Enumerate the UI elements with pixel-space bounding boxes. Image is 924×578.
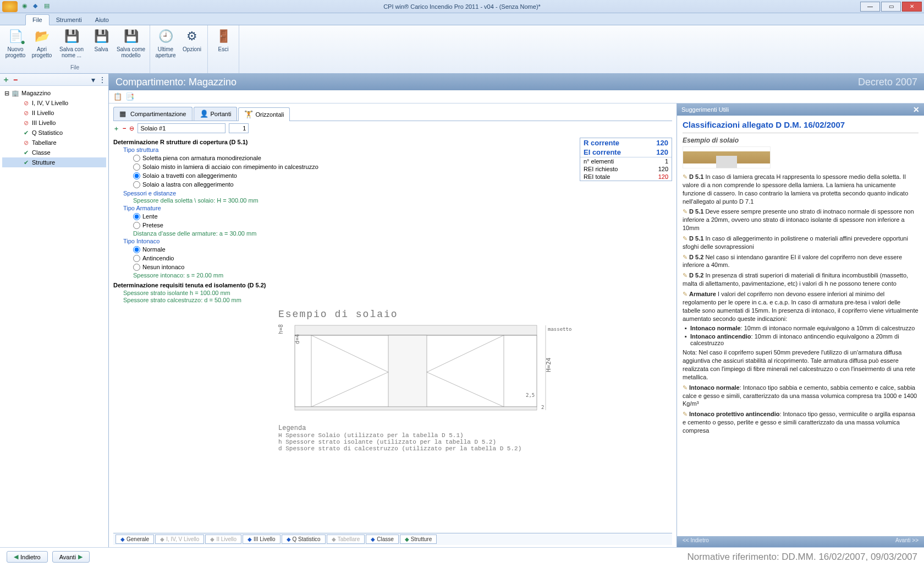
- tab-file[interactable]: File: [25, 14, 50, 25]
- gear-icon: [183, 28, 201, 45]
- beam-icon: 🏋: [244, 110, 253, 119]
- bot-tab-classe[interactable]: ◆Classe: [366, 535, 399, 544]
- bot-tab-strutture[interactable]: ◆Strutture: [400, 535, 437, 544]
- tree-node-livello-2[interactable]: ⊘II Livello: [2, 108, 106, 118]
- radio-ts2[interactable]: Solaio misto in lamiera di acciaio con r…: [133, 162, 575, 171]
- radio-ti2[interactable]: Antincendio: [133, 254, 575, 263]
- element-remove-icon[interactable]: [123, 125, 126, 132]
- qat-save-icon[interactable]: ▤: [44, 2, 53, 11]
- bot-tab-l2[interactable]: ◆II Livello: [205, 535, 241, 544]
- legend-line-1: H Spessore Solaio (utilizzato per la tab…: [278, 432, 575, 439]
- radio-ts1[interactable]: Soletta piena con armatura monodireziona…: [133, 154, 575, 162]
- section-d52: Determinazione requisiti tenuta ed isola…: [113, 282, 575, 288]
- element-name-input[interactable]: [138, 123, 226, 133]
- btn-salva-nome[interactable]: Salva con nome ...: [55, 26, 88, 64]
- subtab-portanti[interactable]: 👤Portanti: [194, 107, 238, 121]
- bot-tab-tabellare[interactable]: ◆Tabellare: [327, 535, 365, 544]
- save-icon: [92, 28, 110, 45]
- tree-node-qstat[interactable]: ✔Q Statistico: [2, 128, 106, 138]
- svg-text:2: 2: [541, 405, 544, 410]
- radio-ti1[interactable]: Normale: [133, 245, 575, 254]
- center-pane: Compartimento: Magazzino Decreto 2007 📋 …: [109, 74, 924, 547]
- tree-node-livello-3[interactable]: ⊘III Livello: [2, 118, 106, 128]
- tab-aiuto[interactable]: Aiuto: [89, 15, 116, 25]
- hints-body: Classificazioni allegato D D.M. 16/02/20…: [677, 116, 924, 536]
- tree-pane: ⊟🏢Magazzino ⊘I, IV, V Livello ⊘II Livell…: [0, 74, 109, 547]
- tree-add-icon[interactable]: [2, 75, 10, 85]
- value-spess-soletta: Spessore della soletta \ solaio: H = 300…: [133, 197, 575, 204]
- btn-salva[interactable]: Salva: [88, 26, 114, 64]
- subtabs: ▦Compartimentazione 👤Portanti 🏋Orizzonta…: [113, 106, 672, 121]
- tree-remove-icon[interactable]: [13, 75, 18, 84]
- heading-spessori: Spessori e distanze: [123, 190, 575, 197]
- subtab-compartimentazione[interactable]: ▦Compartimentazione: [113, 107, 193, 121]
- maximize-button[interactable]: ▭: [881, 2, 901, 12]
- save-as-icon: [63, 28, 80, 45]
- legend-line-3: d Spessore strato di calcestruzzo (utili…: [278, 445, 575, 452]
- radio-ts4[interactable]: Solaio a lastra con alleggerimento: [133, 180, 575, 189]
- svg-text:2,5: 2,5: [526, 392, 535, 398]
- titlebar: ◉ ◆ ▤ CPI win® Carico Incendio Pro 2011 …: [0, 0, 924, 13]
- element-dup-icon[interactable]: ⊖: [129, 125, 134, 132]
- tool-icon-1[interactable]: 📋: [113, 92, 122, 101]
- svg-rect-5: [388, 335, 427, 407]
- btn-nuovo-progetto[interactable]: 📄● Nuovo progetto: [2, 26, 29, 64]
- check-icon: ✔: [22, 159, 30, 166]
- hints-close-icon[interactable]: ✕: [913, 105, 920, 114]
- radio-ti3[interactable]: Nesun intonaco: [133, 263, 575, 271]
- btn-apri-progetto[interactable]: Apri progetto: [29, 26, 55, 64]
- svg-text:d=4: d=4: [294, 334, 300, 344]
- hints-nav-fwd[interactable]: Avanti >>: [890, 536, 924, 547]
- hints-figure: [683, 146, 771, 168]
- tree-node-tabellare[interactable]: ⊘Tabellare: [2, 138, 106, 148]
- normative-label: Normative riferimento: DD.MM. 16/02/2007…: [687, 552, 917, 563]
- window-title: CPI win® Carico Incendio Pro 2011 - v04 …: [383, 3, 541, 10]
- radio-ts3[interactable]: Solaio a travetti con alleggerimento: [133, 171, 575, 180]
- prohibit-icon: ⊘: [22, 139, 30, 146]
- btn-esci[interactable]: Esci: [210, 26, 237, 64]
- heading-tipo-struttura: Tipo struttura: [123, 146, 575, 153]
- value-isolante: Spessore strato isolante h = 100.00 mm: [123, 290, 575, 296]
- radio-ta1[interactable]: Lente: [133, 212, 575, 221]
- radio-ta2[interactable]: Pretese: [133, 221, 575, 230]
- column-icon: 👤: [200, 110, 208, 118]
- compartimento-title: Compartimento: Magazzino: [116, 77, 237, 88]
- new-file-icon: 📄●: [7, 28, 24, 45]
- bot-tab-l3[interactable]: ◆III Livello: [243, 535, 280, 544]
- check-icon: ✔: [22, 129, 30, 137]
- tab-strumenti[interactable]: Strumenti: [50, 15, 89, 25]
- tree-dropdown-icon[interactable]: [91, 75, 95, 84]
- tool-icon-2[interactable]: 📑: [125, 92, 134, 101]
- close-button[interactable]: ✕: [902, 2, 922, 12]
- btn-salva-modello[interactable]: Salva come modello: [114, 26, 147, 64]
- btn-indietro[interactable]: ◀Indietro: [7, 551, 48, 563]
- qat-new-icon[interactable]: ◉: [22, 2, 31, 11]
- heading-tipo-armature: Tipo Armature: [123, 205, 575, 211]
- tree-toolbar: [0, 74, 108, 86]
- minimize-button[interactable]: —: [860, 2, 880, 12]
- hints-header: Suggerimenti Utili ✕: [677, 103, 924, 116]
- tree-more-icon[interactable]: [98, 75, 106, 84]
- btn-opzioni[interactable]: Opzioni: [179, 26, 205, 64]
- bot-tab-generale[interactable]: ◆Generale: [116, 535, 154, 544]
- tree-node-livello-1[interactable]: ⊘I, IV, V Livello: [2, 98, 106, 108]
- svg-text:h=8: h=8: [278, 324, 284, 334]
- building-icon: 🏢: [12, 89, 19, 97]
- bot-tab-qstat[interactable]: ◆Q Statistico: [282, 535, 326, 544]
- tree-root[interactable]: ⊟🏢Magazzino: [2, 88, 106, 98]
- qat-open-icon[interactable]: ◆: [33, 2, 42, 11]
- tree-node-strutture[interactable]: ✔Strutture: [2, 157, 106, 167]
- bot-tab-l1[interactable]: ◆I, IV, V Livello: [155, 535, 204, 544]
- decreto-label: Decreto 2007: [858, 77, 917, 88]
- subtab-orizzontali[interactable]: 🏋Orizzontali: [238, 107, 290, 121]
- value-dist-armature: Distanza d'asse delle armature: a = 30.0…: [133, 230, 575, 237]
- hints-note: Nota: Nel caso il copriferro superi 50mm…: [683, 348, 919, 381]
- tree-node-classe[interactable]: ✔Classe: [2, 148, 106, 157]
- element-add-icon[interactable]: [113, 124, 119, 133]
- ribbon-group-file-label: File: [2, 64, 147, 72]
- hints-nav-back[interactable]: << Indietro: [677, 536, 714, 547]
- element-bar: ⊖: [113, 121, 672, 135]
- btn-ultime-aperture[interactable]: Ultime aperture: [152, 26, 179, 64]
- btn-avanti[interactable]: Avanti▶: [52, 551, 90, 563]
- element-count-input[interactable]: [229, 123, 249, 133]
